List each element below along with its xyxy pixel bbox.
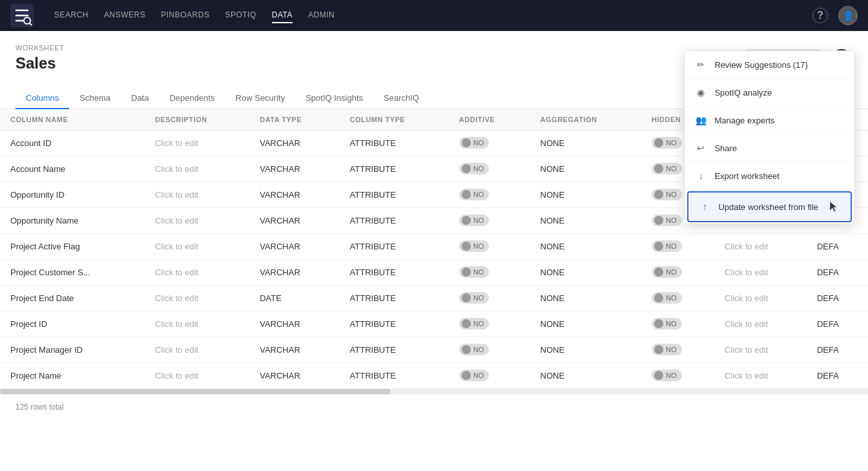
table-cell: Opportunity ID (0, 182, 145, 208)
user-avatar[interactable]: 👤 (838, 6, 858, 25)
table-cell: VARCHAR (249, 234, 339, 260)
dropdown-item-4[interactable]: ↓Export worksheet (685, 162, 854, 190)
table-cell[interactable]: Click to edit (714, 260, 807, 286)
table-cell[interactable]: Click to edit (714, 337, 807, 363)
toggle-additive[interactable]: NO (459, 292, 490, 304)
toggle-label: NO (473, 268, 484, 276)
help-button[interactable]: ? (812, 8, 828, 23)
table-cell: Project Manager ID (0, 337, 145, 363)
table-cell[interactable]: Click to edit (145, 363, 249, 389)
table-cell: DEFA (807, 363, 868, 389)
table-cell[interactable]: Click to edit (714, 311, 807, 337)
scrollbar-thumb[interactable] (0, 389, 391, 394)
table-row: Project Manager IDClick to editVARCHARAT… (0, 337, 868, 363)
table-cell[interactable]: Click to edit (714, 286, 807, 311)
toggle-dot (462, 138, 471, 147)
table-cell: NO (449, 234, 530, 260)
table-cell: VARCHAR (249, 156, 339, 182)
tab-row-security[interactable]: Row Security (225, 88, 296, 109)
table-cell: ATTRIBUTE (340, 311, 449, 337)
dropdown-item-2[interactable]: 👥Manage experts (685, 107, 854, 134)
toggle-additive[interactable]: NO (459, 215, 490, 226)
dropdown-item-icon: 👥 (695, 114, 707, 126)
toggle-additive[interactable]: NO (459, 137, 490, 149)
toggle-hidden[interactable]: NO (652, 189, 682, 200)
dropdown-item-icon: ↑ (699, 201, 710, 213)
table-cell: Account Name (0, 156, 145, 182)
table-cell: VARCHAR (249, 311, 339, 337)
tab-spotiq-insights[interactable]: SpotIQ Insights (295, 88, 373, 109)
toggle-dot (654, 345, 663, 354)
toggle-additive[interactable]: NO (459, 189, 490, 200)
toggle-dot (654, 138, 663, 147)
tab-schema[interactable]: Schema (69, 88, 121, 109)
toggle-additive[interactable]: NO (459, 163, 490, 174)
toggle-additive[interactable]: NO (459, 240, 490, 252)
toggle-additive[interactable]: NO (459, 266, 490, 278)
toggle-hidden[interactable]: NO (652, 215, 682, 226)
toggle-additive[interactable]: NO (459, 318, 490, 330)
toggle-label: NO (666, 242, 677, 250)
dropdown-item-label: Export worksheet (714, 171, 779, 181)
dropdown-item-0[interactable]: ✏Review Suggestions (17) (685, 51, 854, 79)
table-cell: Project ID (0, 311, 145, 337)
table-cell: NONE (530, 260, 641, 286)
toggle-hidden[interactable]: NO (652, 137, 682, 149)
nav-item-pinboards[interactable]: PINBOARDS (161, 8, 209, 23)
table-cell[interactable]: Click to edit (145, 286, 249, 311)
toggle-dot (462, 371, 471, 380)
toggle-additive[interactable]: NO (459, 370, 490, 381)
toggle-hidden[interactable]: NO (652, 240, 682, 252)
table-cell: DEFA (807, 311, 868, 337)
tab-columns[interactable]: Columns (16, 88, 69, 109)
table-cell[interactable]: Click to edit (145, 260, 249, 286)
toggle-dot (462, 267, 471, 277)
dropdown-item-5[interactable]: ↑Update worksheet from file (687, 191, 852, 222)
toggle-label: NO (473, 165, 484, 173)
toggle-label: NO (666, 346, 677, 353)
nav-item-answers[interactable]: ANSWERS (104, 8, 145, 23)
table-cell[interactable]: Click to edit (145, 337, 249, 363)
table-cell: NONE (530, 156, 641, 182)
table-cell[interactable]: Click to edit (145, 311, 249, 337)
toggle-dot (654, 164, 663, 173)
table-cell: DEFA (807, 337, 868, 363)
table-cell[interactable]: Click to edit (145, 156, 249, 182)
nav-item-data[interactable]: DATA (272, 8, 293, 23)
tab-searchiq[interactable]: SearchIQ (373, 88, 429, 109)
table-cell: NO (449, 337, 530, 363)
horizontal-scrollbar[interactable] (0, 389, 868, 394)
table-row: Project End DateClick to editDATEATTRIBU… (0, 286, 868, 311)
table-cell: ATTRIBUTE (340, 208, 449, 234)
table-cell[interactable]: Click to edit (714, 234, 807, 260)
toggle-hidden[interactable]: NO (652, 318, 682, 330)
table-cell[interactable]: Click to edit (145, 131, 249, 156)
dropdown-item-1[interactable]: ◉SpotIQ analyze (685, 79, 854, 107)
toggle-hidden[interactable]: NO (652, 344, 682, 355)
toggle-hidden[interactable]: NO (652, 292, 682, 304)
table-cell: NONE (530, 363, 641, 389)
nav-item-search[interactable]: SEARCH (54, 8, 88, 23)
nav-item-admin[interactable]: ADMIN (308, 8, 335, 23)
table-cell[interactable]: Click to edit (145, 182, 249, 208)
app-logo[interactable] (10, 4, 34, 27)
table-cell[interactable]: Click to edit (145, 208, 249, 234)
toggle-additive[interactable]: NO (459, 344, 490, 355)
toggle-label: NO (666, 320, 677, 328)
tab-dependents[interactable]: Dependents (159, 88, 225, 109)
toggle-dot (654, 371, 663, 380)
table-cell: Project Customer S... (0, 260, 145, 286)
table-cell: NO (641, 234, 714, 260)
toggle-hidden[interactable]: NO (652, 370, 682, 381)
nav-item-spotiq[interactable]: SPOTIQ (225, 8, 256, 23)
toggle-hidden[interactable]: NO (652, 266, 682, 278)
table-cell: NONE (530, 286, 641, 311)
table-cell: VARCHAR (249, 363, 339, 389)
table-cell: VARCHAR (249, 208, 339, 234)
tab-data[interactable]: Data (121, 88, 159, 109)
table-cell: Opportunity Name (0, 208, 145, 234)
toggle-hidden[interactable]: NO (652, 163, 682, 174)
dropdown-item-3[interactable]: ↩Share (685, 134, 854, 162)
table-cell[interactable]: Click to edit (714, 363, 807, 389)
table-cell[interactable]: Click to edit (145, 234, 249, 260)
